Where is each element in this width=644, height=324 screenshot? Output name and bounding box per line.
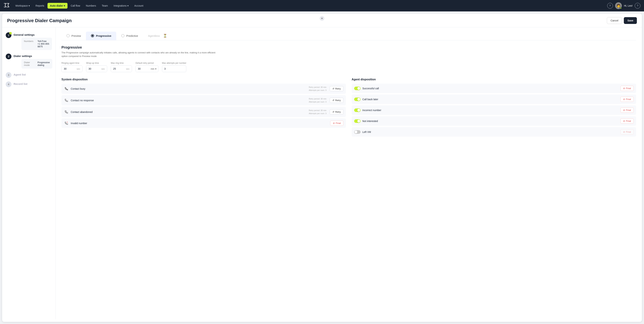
tab-preview[interactable]: Preview (62, 32, 86, 40)
field-ringing-agent-input-wrap: sec (62, 65, 82, 72)
ringing-agent-time-input[interactable] (62, 66, 76, 72)
final-icon: ⊘ (623, 130, 625, 133)
final-badge-invalid: ⊘ Final (330, 120, 344, 126)
radio-preview (66, 34, 70, 37)
wrap-up-time-input[interactable] (86, 66, 100, 72)
chevron-down-icon: ▾ (28, 4, 30, 7)
close-button[interactable]: ✕ (320, 16, 324, 21)
radio-progressive (91, 34, 94, 37)
step-3-number: 3 (8, 74, 9, 76)
tab-predictive[interactable]: Predictive (116, 32, 143, 40)
nav-reports[interactable]: Reports (33, 3, 47, 8)
final-badge-not-interested: ⊘ Final (620, 118, 634, 124)
nav-integrations[interactable]: Integrations ▾ (111, 3, 131, 8)
nav-right-section: ? 🧑 Hi, Leo! ? (607, 2, 640, 9)
step-4-label: Record list (14, 82, 28, 86)
step-2-circle: 2 (6, 54, 12, 59)
step-1-number: 1 (8, 34, 9, 36)
abandoned-icon (64, 110, 69, 114)
final-icon: ⊘ (623, 98, 625, 100)
retry-no-response-button[interactable]: ↺ Retry (330, 98, 344, 103)
toggle-call-back-later[interactable] (354, 98, 360, 101)
nav-account[interactable]: Account (132, 3, 146, 8)
toggle-left-vm[interactable] (354, 130, 360, 134)
final-badge-successful: ⊘ Final (620, 86, 634, 91)
step-3-label: Agent list (14, 73, 26, 76)
disp-no-response-meta: Retry period: 30 min Attempts per num: 3 (309, 97, 326, 103)
final-icon: ⊘ (623, 109, 625, 112)
cancel-button[interactable]: Cancel (607, 17, 622, 24)
field-retry-period-input-wrap: min ▾ (136, 65, 158, 72)
retry-icon: ↺ (332, 87, 334, 90)
field-max-attempts-input-wrap (162, 65, 186, 72)
max-attempts-input[interactable] (162, 66, 184, 72)
field-default-retry-period: Default retry period min ▾ (136, 62, 158, 72)
chevron-down-icon: ▾ (127, 4, 128, 7)
nav-auto-dialer[interactable]: Auto dialer ▾ (48, 3, 68, 8)
nav-numbers[interactable]: Numbers (84, 3, 98, 8)
nav-workspace[interactable]: Workspace ▾ (13, 3, 32, 8)
field-wrap-up-time: Wrap-up time sec (86, 62, 107, 72)
step-4-circle: 4 (6, 82, 12, 87)
disp-contact-abandoned: Contact abandoned Retry period: 30 min A… (62, 107, 346, 117)
field-max-ring-time: Max ring time sec (111, 62, 132, 72)
page-wrapper: ✕ Progressive Dialer Campaign Cancel Sav… (2, 14, 642, 322)
tab-progressive[interactable]: Progressive (86, 32, 116, 40)
final-icon: ⊘ (623, 120, 625, 122)
final-badge-callback: ⊘ Final (620, 97, 634, 102)
toggle-incorrect-number[interactable] (354, 108, 360, 112)
system-disposition-title: System disposition (62, 78, 346, 81)
sidebar: 1 ✓ General settings Numbers Toll-Free +… (2, 27, 56, 319)
step-2-number: 2 (8, 55, 9, 58)
help-icon[interactable]: ? (607, 3, 613, 8)
toggle-not-interested[interactable] (354, 119, 360, 123)
radio-predictive (121, 34, 124, 37)
retry-abandoned-button[interactable]: ↺ Retry (330, 109, 344, 114)
no-response-icon (64, 98, 69, 103)
step-2-label: Dialer settings (14, 54, 52, 58)
nav-call-flow[interactable]: Call flow (68, 3, 83, 8)
step-3: 3 Agent list (6, 72, 52, 78)
max-ring-time-input[interactable] (111, 66, 125, 72)
retry-icon: ↺ (332, 110, 334, 113)
step-1-circle: 1 ✓ (6, 32, 12, 38)
field-wrap-up-input-wrap: sec (86, 65, 107, 72)
nav-team[interactable]: Team (99, 3, 110, 8)
step-2-detail: Dialer mode Progressive dialing (22, 59, 52, 68)
toggle-successful-call[interactable] (354, 87, 360, 90)
step-3-circle: 3 (6, 72, 12, 78)
header-actions: Cancel Save (607, 17, 637, 24)
field-max-attempts: Max attempts per number (162, 62, 186, 72)
user-avatar-wrap[interactable]: 🧑 (615, 2, 622, 9)
radio-progressive-fill (92, 35, 94, 36)
logo-icon[interactable] (4, 3, 9, 9)
save-button[interactable]: Save (624, 17, 637, 24)
dialer-mode-tabs: Preview Progressive Predictive Agentless… (62, 32, 636, 40)
contact-busy-icon (64, 86, 69, 91)
section-progressive-desc: The Progressive campaign automatically i… (62, 51, 222, 58)
disp-busy-meta: Retry period: 30 min Attempts per num: 3 (309, 86, 326, 92)
default-retry-period-input[interactable] (136, 66, 150, 72)
final-icon: ⊘ (623, 87, 625, 90)
hourglass-icon: ⏳ (163, 34, 167, 38)
disp-incorrect-number: Incorrect number ⊘ Final (352, 106, 636, 115)
support-icon[interactable]: ? (635, 3, 640, 8)
step-1-detail: Numbers Toll-Free +1 855 855 9875 (22, 38, 52, 50)
main-layout: 1 ✓ General settings Numbers Toll-Free +… (2, 27, 642, 319)
chevron-down-icon: ▾ (64, 4, 65, 7)
section-progressive-title: Progressive (62, 45, 636, 50)
disp-abandoned-meta: Retry period: 30 min Attempts per num: 3 (309, 109, 326, 115)
step-4-number: 4 (8, 83, 9, 86)
settings-fields-row: Ringing agent time sec Wrap-up time sec … (62, 62, 636, 72)
disp-not-interested: Not interested ⊘ Final (352, 116, 636, 126)
retry-busy-button[interactable]: ↺ Retry (330, 86, 344, 91)
step-1-check: ✓ (9, 32, 12, 34)
unit-dropdown[interactable]: min ▾ (150, 66, 158, 72)
final-icon: ⊘ (333, 122, 335, 124)
system-disposition-section: System disposition Contact busy Retry pe… (62, 78, 346, 138)
field-max-ring-input-wrap: sec (111, 65, 132, 72)
user-greeting: Hi, Leo! (624, 4, 632, 7)
final-badge-left-vm: ⊘ Final (620, 129, 634, 134)
invalid-number-icon (64, 121, 69, 126)
retry-icon: ↺ (332, 99, 334, 102)
